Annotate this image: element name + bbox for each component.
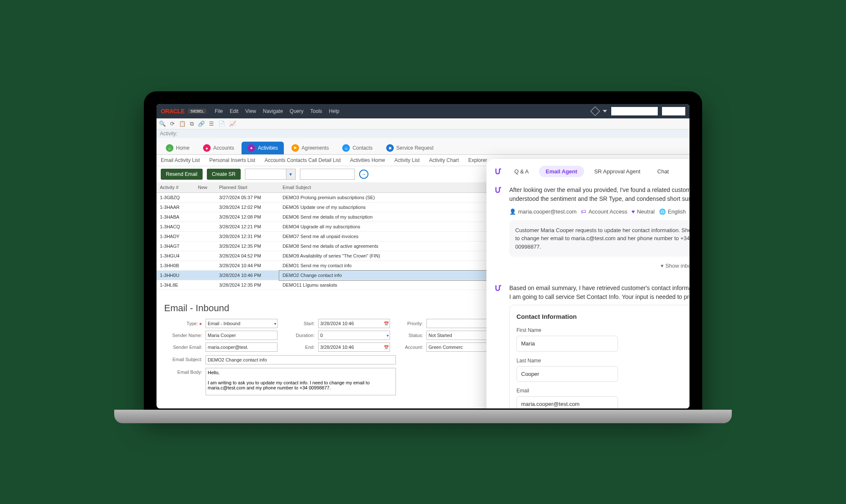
dropdown-icon[interactable] [603,110,607,112]
top-search-2[interactable] [662,107,685,115]
agent-avatar-icon: Ư [495,284,504,293]
lbl-last-name: Last Name [516,357,689,364]
input-contact-email[interactable]: maria.cooper@test.com [516,396,618,408]
menubar: ORACLE SIEBEL File Edit View Navigate Qu… [157,104,689,118]
agent-tab-email[interactable]: Email Agent [539,166,584,177]
tab-accounts-label: Accounts [213,145,234,151]
cube-icon[interactable] [591,107,600,116]
sub-activities-home[interactable]: Activities Home [350,157,385,163]
sub-activity-chart[interactable]: Activity Chart [429,157,459,163]
tab-accounts[interactable]: ♠Accounts [197,142,240,154]
nav-tabs: ⌂Home ♠Accounts ✦Activities ⚑Agreements … [157,138,689,155]
filter-dropdown[interactable]: ▾ [245,169,296,180]
chevron-down-icon: ▾ [274,321,276,326]
go-button[interactable]: → [359,170,368,179]
lbl-contact-email: Email [516,387,689,394]
lbl-type: Type: [164,321,202,326]
tag-icon: 🏷 [581,208,586,216]
show-inbound-toggle[interactable]: ▾ Show inbound email [509,262,689,270]
chip-sentiment: ♥Neutral [632,208,655,216]
input-last-name[interactable]: Cooper [516,366,618,382]
chip-category: 🏷Account Access [581,208,627,216]
agent-tab-sr[interactable]: SR Approval Agent [588,166,647,177]
chevron-down-icon: ▾ [661,263,665,269]
sub-explorer[interactable]: Explorer [468,157,487,163]
tab-activities[interactable]: ✦Activities [242,142,283,154]
tab-service-request[interactable]: ✖Service Request [380,142,439,154]
clipboard-icon[interactable]: 📋 [179,121,186,127]
field-end[interactable]: 3/28/2024 10:46📅 [318,342,390,352]
doc-icon[interactable]: 📄 [218,121,225,127]
field-start[interactable]: 3/28/2024 10:46📅 [318,319,390,328]
tab-contacts[interactable]: ☺Contacts [336,142,378,154]
field-status[interactable]: Not Started▾ [426,331,494,340]
input-first-name[interactable]: Maria [516,336,618,352]
contact-card: Contact Information First NameMaria Last… [509,305,689,409]
tab-activities-label: Activities [258,145,277,151]
agent-tab-chat[interactable]: Chat [651,166,676,177]
menu-query[interactable]: Query [290,108,304,114]
field-account[interactable]: Green Commerc⊞ [426,342,494,352]
agent-intro-text: After looking over the email you provide… [509,186,689,203]
field-duration[interactable]: 0▾ [318,331,390,340]
contact-title: Contact Information [516,312,689,322]
menu-view[interactable]: View [245,108,256,114]
tab-sr-label: Service Request [396,145,434,151]
lbl-sender-email: Sender Email: [164,345,202,350]
lbl-priority: Priority: [393,321,423,326]
resend-email-button[interactable]: Resend Email [161,169,203,180]
sub-personal-inserts[interactable]: Personal Inserts List [209,157,255,163]
agent-tab-qa[interactable]: Q & A [508,166,536,177]
detail-title: Email - Inbound [164,303,229,314]
lbl-end: End: [281,345,315,350]
menu-edit[interactable]: Edit [230,108,239,114]
tab-agreements-label: Agreements [302,145,329,151]
col-planned[interactable]: Planned Start [216,182,279,193]
lbl-duration: Duration: [281,333,315,338]
field-sender-email[interactable]: maria.cooper@test. [206,342,277,352]
list-icon[interactable]: ☰ [209,121,214,127]
chevron-down-icon: ▾ [387,333,389,338]
chevron-down-icon: ▾ [289,171,292,177]
lbl-sender-name: Sender Name: [164,333,202,338]
create-sr-button[interactable]: Create SR [207,169,241,180]
sub-acc-contacts[interactable]: Accounts Contacts Call Detail List [264,157,341,163]
user-icon: 👤 [509,208,516,216]
agent-logo-icon: Ư [495,167,504,176]
lbl-body: Email Body: [164,368,202,375]
chart-icon[interactable]: 📈 [229,121,236,127]
tab-home-label: Home [176,145,190,151]
sub-email-list[interactable]: Email Activity List [161,157,200,163]
lbl-subject: Email Subject: [164,355,202,362]
tab-contacts-label: Contacts [352,145,372,151]
top-search-1[interactable] [611,107,658,115]
sub-activity-list[interactable]: Activity List [394,157,420,163]
menu-file[interactable]: File [215,108,223,114]
menu-help[interactable]: Help [329,108,340,114]
search-icon[interactable]: 🔍 [159,121,166,127]
activity-label: Activity: [157,129,689,138]
calendar-icon: 📅 [384,321,389,326]
lbl-start: Start: [281,321,315,326]
col-activity[interactable]: Activity # [157,182,195,193]
lbl-account: Account: [393,345,423,350]
field-subject[interactable]: DEMO2 Change contact info [206,355,396,364]
copy-icon[interactable]: ⧉ [190,121,194,127]
heart-icon: ♥ [632,208,635,216]
globe-icon: 🌐 [659,208,666,216]
agent-msg2-text: Based on email summary, I have retrieved… [509,284,689,301]
link-icon[interactable]: 🔗 [198,121,205,127]
field-priority[interactable]: ▾ [426,319,494,328]
col-new[interactable]: New [195,182,216,193]
tab-agreements[interactable]: ⚑Agreements [286,142,335,154]
menu-tools[interactable]: Tools [310,108,322,114]
tab-home[interactable]: ⌂Home [160,142,195,154]
refresh-icon[interactable]: ⟳ [170,121,175,127]
field-sender-name[interactable]: Maria Cooper [206,331,277,340]
lbl-status: Status: [393,333,423,338]
filter-input[interactable] [300,169,355,180]
field-type[interactable]: Email - Inbound▾ [206,319,277,328]
field-body[interactable] [206,368,396,395]
calendar-icon: 📅 [384,345,389,350]
menu-navigate[interactable]: Navigate [263,108,283,114]
